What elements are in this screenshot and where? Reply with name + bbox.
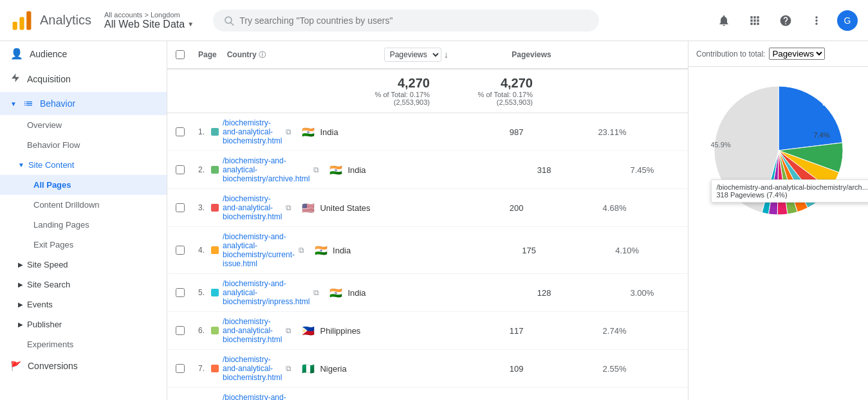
sidebar-item-all-pages[interactable]: All Pages [0,175,167,195]
external-link-icon[interactable]: ⧉ [286,203,291,212]
row-number: 5. [198,288,207,297]
pie-content: /biochemistry-and-analytical-biochemistr… [688,67,868,400]
row-checkbox[interactable] [176,127,185,136]
page-link[interactable]: /biochemistry-and-analytical-biochemistr… [223,279,309,306]
account-selector: All accounts > Longdom All Web Site Data… [104,11,194,30]
row-checkbox[interactable] [176,364,185,373]
pie-tooltip: /biochemistry-and-analytical-biochemistr… [711,179,869,203]
user-avatar[interactable]: G [837,10,858,31]
sidebar-item-overview[interactable]: Overview [0,115,167,135]
sidebar-item-behavior-flow[interactable]: Behavior Flow [0,135,167,155]
sidebar-item-audience[interactable]: 👤 Audience [0,41,167,66]
totals-metric-value: 4,270 [337,76,430,91]
totals-pv-value: 4,270 [440,76,533,91]
sidebar-item-publisher[interactable]: ▶ Publisher [0,314,167,334]
th-pageviews: Pageviews [454,44,557,66]
country-flag: 🇮🇳 [315,244,328,257]
help-icon-button[interactable] [775,10,796,31]
row-color-dot [211,246,219,254]
external-link-icon[interactable]: ⧉ [299,246,304,255]
row-checkbox[interactable] [176,165,185,174]
pie-chart-container: /biochemistry-and-analytical-biochemistr… [708,80,849,223]
country-name: India [347,165,365,175]
select-all-checkbox[interactable] [176,50,185,59]
sidebar-item-behavior[interactable]: ▼ Behavior [0,92,167,115]
external-link-icon[interactable]: ⧉ [313,288,319,297]
sort-desc-icon[interactable]: ↓ [444,50,448,60]
th-empty [557,48,688,61]
more-vert-icon-button[interactable] [806,10,827,31]
sidebar-item-content-drilldown[interactable]: Content Drilldown [0,195,167,215]
account-dropdown-arrow: ▼ [187,21,194,28]
page-link[interactable]: /biochemistry-and-analytical-biochemistr… [223,317,282,344]
table-row: 4. /biochemistry-and-analytical-biochemi… [167,227,688,274]
contribution-metric-select[interactable]: Pageviews [769,48,825,60]
page-link[interactable]: /biochemistry-and-analytical-biochemistr… [223,156,309,183]
row-color-dot [211,327,219,334]
external-link-icon[interactable]: ⧉ [286,127,291,136]
row-metric-cell: 109 [425,359,528,379]
bell-icon-button[interactable] [714,10,734,31]
totals-pv-pct: % of Total: 0.17% [440,91,533,98]
search-input[interactable] [239,15,589,26]
svg-rect-2 [26,11,31,30]
table-header: Page Country ⓘ Pageviews ↓ Pageviews [167,41,688,69]
row-contribution-cell: 23.11% [528,122,631,142]
sidebar-item-events[interactable]: ▶ Events [0,295,167,314]
sidebar-item-experiments[interactable]: Experiments [0,334,167,354]
behavior-icon [23,98,33,109]
row-checkbox-cell [167,359,193,378]
row-page-cell: 5. /biochemistry-and-analytical-biochemi… [193,274,324,311]
sidebar-item-landing-pages[interactable]: Landing Pages [0,215,167,235]
row-checkbox[interactable] [176,288,185,297]
external-link-icon[interactable]: ⧉ [286,326,291,335]
flag-icon: 🚩 [10,361,21,371]
page-link[interactable]: /biochemistry-and-analytical-biochemistr… [223,355,282,382]
row-checkbox[interactable] [176,326,185,335]
sidebar-item-site-speed[interactable]: ▶ Site Speed [0,255,167,275]
metric-dropdown-container[interactable]: Pageviews [384,48,441,62]
sidebar-item-conversions[interactable]: 🚩 Conversions [0,354,167,377]
person-icon: 👤 [10,48,23,60]
top-icons: G [714,10,858,31]
metric-select[interactable]: Pageviews [384,48,441,62]
bell-icon [717,14,730,27]
search-bar[interactable] [213,10,599,32]
external-link-icon[interactable]: ⧉ [286,364,291,373]
search-icon [223,15,234,26]
row-checkbox[interactable] [176,246,185,255]
row-number: 3. [198,203,207,212]
row-page-cell: 4. /biochemistry-and-analytical-biochemi… [193,227,309,273]
country-name: India [320,127,338,137]
th-checkbox [167,44,193,66]
row-metric-cell: 318 [453,160,556,180]
row-page-cell: 1. /biochemistry-and-analytical-biochemi… [193,113,297,150]
page-link[interactable]: /biochemistry-and-analytical-biochemistr… [223,393,287,400]
account-name-dropdown[interactable]: All Web Site Data ▼ [104,19,194,30]
svg-rect-1 [19,17,24,30]
sidebar-item-site-content[interactable]: ▼ Site Content [0,155,167,175]
page-link[interactable]: /biochemistry-and-analytical-biochemistr… [223,194,282,221]
row-metric-cell: 987 [425,122,528,142]
main-wrapper: Page Country ⓘ Pageviews ↓ Pageviews [167,41,868,400]
grid-icon-button[interactable] [744,10,765,31]
row-number: 2. [198,165,207,174]
row-contribution-cell: 4.10% [541,241,644,260]
row-color-dot [211,365,219,372]
page-cell-content: 7. /biochemistry-and-analytical-biochemi… [198,355,291,382]
row-checkbox[interactable] [176,203,185,212]
external-link-icon[interactable]: ⧉ [313,165,319,174]
chevron-right-search-icon: ▶ [18,281,23,288]
page-link[interactable]: /biochemistry-and-analytical-biochemistr… [223,232,295,268]
page-link[interactable]: /biochemistry-and-analytical-biochemistr… [223,118,282,145]
sidebar-item-exit-pages[interactable]: Exit Pages [0,235,167,255]
sidebar-item-acquisition[interactable]: Acquisition [0,66,167,92]
totals-page [193,85,203,98]
row-chart-cell [644,245,688,255]
pie-label-46: 45.9% [711,141,731,149]
page-cell-content: 6. /biochemistry-and-analytical-biochemi… [198,317,291,344]
row-page-cell: 3. /biochemistry-and-analytical-biochemi… [193,189,297,226]
totals-metric: 4,270 % of Total: 0.17% (2,553,903) [332,69,435,113]
chevron-down-icon: ▼ [10,100,17,107]
sidebar-item-site-search[interactable]: ▶ Site Search [0,275,167,295]
